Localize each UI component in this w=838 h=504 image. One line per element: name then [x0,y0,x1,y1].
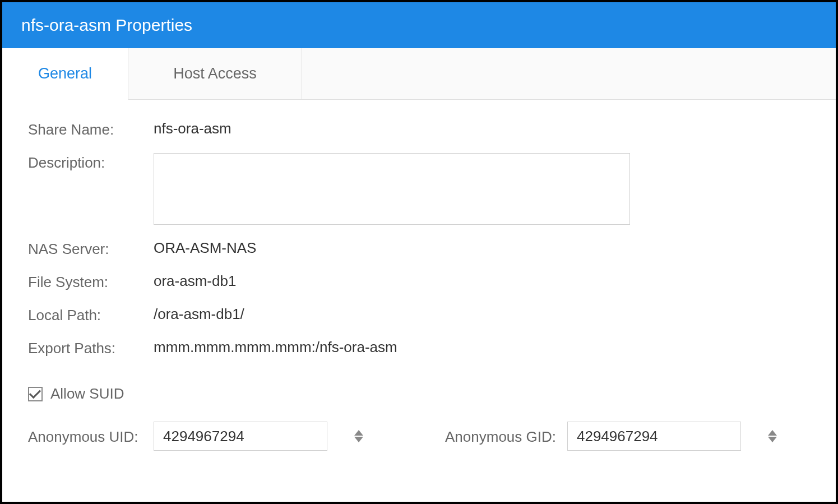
tab-bar: General Host Access [2,48,836,100]
label-file-system: File System: [28,272,154,291]
value-local-path: /ora-asm-db1/ [154,306,244,323]
label-share-name: Share Name: [28,120,154,138]
tab-general[interactable]: General [2,48,128,100]
gid-increment-icon[interactable] [768,430,777,436]
anonymous-gid-input[interactable] [568,428,768,445]
value-export-paths: mmm.mmm.mmm.mmm:/nfs-ora-asm [154,339,397,356]
label-anonymous-uid: Anonymous UID: [28,427,154,446]
row-description: Description: [28,153,810,225]
label-description: Description: [28,153,154,172]
anonymous-gid-spinner [567,422,741,451]
row-export-paths: Export Paths: mmm.mmm.mmm.mmm:/nfs-ora-a… [28,339,810,357]
row-file-system: File System: ora-asm-db1 [28,272,810,291]
label-nas-server: NAS Server: [28,239,154,258]
row-local-path: Local Path: /ora-asm-db1/ [28,306,810,324]
content-panel: Share Name: nfs-ora-asm Description: NAS… [2,100,836,471]
row-allow-suid: Allow SUID [28,385,810,403]
uid-spinner-buttons [354,430,369,442]
label-export-paths: Export Paths: [28,339,154,357]
gid-spinner-buttons [768,430,783,442]
row-share-name: Share Name: nfs-ora-asm [28,120,810,138]
tab-host-access[interactable]: Host Access [128,48,302,99]
uid-decrement-icon[interactable] [354,437,363,442]
gid-decrement-icon[interactable] [768,437,777,442]
row-anonymous-ids: Anonymous UID: Anonymous GID: [28,422,810,451]
dialog-title: nfs-ora-asm Properties [21,16,192,34]
anonymous-uid-input[interactable] [154,428,354,445]
group-anonymous-uid: Anonymous UID: [28,422,327,451]
description-input[interactable] [154,153,630,225]
uid-increment-icon[interactable] [354,430,363,436]
label-local-path: Local Path: [28,306,154,324]
value-share-name: nfs-ora-asm [154,120,232,137]
label-allow-suid: Allow SUID [50,385,124,403]
row-nas-server: NAS Server: ORA-ASM-NAS [28,239,810,258]
label-anonymous-gid: Anonymous GID: [445,427,556,446]
group-anonymous-gid: Anonymous GID: [445,422,741,451]
anonymous-uid-spinner [154,422,327,451]
value-file-system: ora-asm-db1 [154,272,236,290]
allow-suid-checkbox[interactable] [28,387,43,401]
dialog-header: nfs-ora-asm Properties [2,2,836,48]
value-nas-server: ORA-ASM-NAS [154,239,256,257]
